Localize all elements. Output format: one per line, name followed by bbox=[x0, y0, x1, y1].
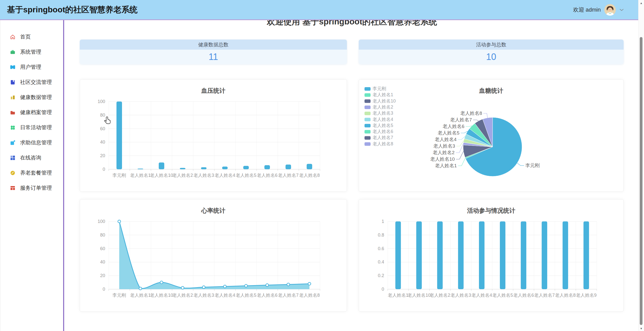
sidebar-item-7[interactable]: 日常活动管理 bbox=[0, 120, 63, 135]
home-icon bbox=[10, 34, 16, 40]
stat-cards-row: 健康数据总数 11 活动参与总数 10 bbox=[80, 40, 624, 64]
svg-text:老人姓名8: 老人姓名8 bbox=[299, 173, 320, 178]
chart-title: 血压统计 bbox=[201, 87, 225, 94]
sidebar-item-label: 用户管理 bbox=[20, 63, 41, 71]
sidebar-item-label: 健康数据管理 bbox=[20, 94, 52, 101]
sidebar-item-label: 养老套餐管理 bbox=[20, 169, 52, 176]
service-order-icon bbox=[10, 185, 16, 191]
chart-title: 血糖统计 bbox=[479, 87, 503, 94]
svg-text:老人姓名5: 老人姓名5 bbox=[373, 123, 393, 128]
chart-canvas: 血压统计020406080100李元刚老人姓名1老人姓名10老人姓名2老人姓名3… bbox=[80, 80, 347, 191]
svg-text:40: 40 bbox=[100, 140, 105, 145]
svg-text:李元刚: 李元刚 bbox=[525, 163, 540, 168]
sidebar-menu: 首页系统管理用户管理社区交流管理健康数据管理健康档案管理日常活动管理求助信息管理… bbox=[0, 20, 63, 195]
svg-text:老人姓名10: 老人姓名10 bbox=[430, 156, 455, 162]
svg-text:老人姓名5: 老人姓名5 bbox=[236, 173, 256, 178]
care-package-icon bbox=[10, 170, 16, 176]
x-axis-labels: 老人姓名1老人姓名10老人姓名2老人姓名3老人姓名4老人姓名5老人姓名6老人姓名… bbox=[388, 293, 597, 298]
x-axis-labels: 李元刚老人姓名1老人姓名10老人姓名2老人姓名3老人姓名4老人姓名5老人姓名6老… bbox=[112, 293, 320, 298]
svg-text:老人姓名2: 老人姓名2 bbox=[433, 150, 455, 155]
svg-text:老人姓名8: 老人姓名8 bbox=[460, 111, 482, 116]
svg-text:老人姓名1: 老人姓名1 bbox=[373, 92, 393, 97]
svg-text:老人姓名7: 老人姓名7 bbox=[534, 293, 555, 298]
svg-text:老人姓名3: 老人姓名3 bbox=[433, 143, 455, 149]
sidebar-item-11[interactable]: 服务订单管理 bbox=[0, 180, 63, 195]
grid: 020406080100 bbox=[98, 99, 320, 172]
stat-card-health-data: 健康数据总数 11 bbox=[80, 40, 347, 64]
chart-title: 活动参与情况统计 bbox=[467, 207, 515, 214]
charts-grid: 血压统计020406080100李元刚老人姓名1老人姓名10老人姓名2老人姓名3… bbox=[80, 79, 624, 312]
svg-text:老人姓名8: 老人姓名8 bbox=[555, 293, 576, 298]
x-axis-labels: 李元刚老人姓名1老人姓名10老人姓名2老人姓名3老人姓名4老人姓名5老人姓名6老… bbox=[112, 173, 320, 178]
sidebar-item-10[interactable]: 养老套餐管理 bbox=[0, 165, 63, 180]
svg-text:老人姓名4: 老人姓名4 bbox=[435, 137, 457, 142]
scrollbar-down-arrow[interactable]: ▼ bbox=[638, 327, 644, 330]
sidebar-item-1[interactable]: 首页 bbox=[0, 29, 63, 44]
svg-text:老人姓名7: 老人姓名7 bbox=[278, 293, 299, 298]
sidebar-item-label: 服务订单管理 bbox=[20, 184, 52, 191]
activity-participation-chart[interactable]: 活动参与情况统计00.20.40.60.81老人姓名1老人姓名10老人姓名2老人… bbox=[359, 199, 624, 312]
svg-text:0: 0 bbox=[103, 287, 105, 292]
chart-canvas: 心率统计020406080100李元刚老人姓名1老人姓名10老人姓名2老人姓名3… bbox=[80, 200, 347, 311]
user-avatar-icon[interactable] bbox=[604, 4, 616, 16]
svg-text:老人姓名6: 老人姓名6 bbox=[442, 124, 464, 129]
svg-text:100: 100 bbox=[98, 99, 105, 104]
welcome-text: 欢迎 admin bbox=[573, 6, 601, 14]
chevron-down-icon[interactable] bbox=[619, 8, 624, 11]
stat-card-value: 11 bbox=[80, 50, 347, 64]
blood-pressure-chart[interactable]: 血压统计020406080100李元刚老人姓名1老人姓名10老人姓名2老人姓名3… bbox=[80, 79, 347, 192]
health-archive-icon bbox=[10, 110, 16, 115]
sidebar-item-4[interactable]: 社区交流管理 bbox=[0, 75, 63, 90]
pie-slices bbox=[463, 117, 522, 176]
sidebar-item-9[interactable]: 在线咨询 bbox=[0, 150, 63, 165]
sidebar-item-3[interactable]: 用户管理 bbox=[0, 59, 63, 75]
stat-card-title: 健康数据总数 bbox=[80, 40, 347, 50]
svg-text:老人姓名4: 老人姓名4 bbox=[215, 173, 235, 178]
online-consult-icon bbox=[10, 155, 16, 161]
blood-sugar-pie-chart[interactable]: 血糖统计李元刚老人姓名1老人姓名10老人姓名2老人姓名3老人姓名4老人姓名5老人… bbox=[359, 79, 624, 192]
svg-text:老人姓名2: 老人姓名2 bbox=[172, 293, 193, 298]
scrollbar[interactable]: ▲ ▼ bbox=[638, 0, 644, 331]
stat-card-activity: 活动参与总数 10 bbox=[359, 40, 624, 64]
svg-text:60: 60 bbox=[100, 126, 105, 131]
svg-text:老人姓名4: 老人姓名4 bbox=[373, 117, 393, 122]
svg-text:老人姓名6: 老人姓名6 bbox=[257, 173, 277, 178]
welcome-heading: 欢迎使用 基于springboot的社区智慧养老系统 bbox=[80, 20, 624, 27]
stat-card-title: 活动参与总数 bbox=[359, 40, 624, 50]
svg-text:0.2: 0.2 bbox=[378, 273, 384, 278]
svg-text:老人姓名6: 老人姓名6 bbox=[513, 293, 534, 298]
svg-text:老人姓名1: 老人姓名1 bbox=[435, 163, 457, 168]
svg-text:老人姓名2: 老人姓名2 bbox=[373, 105, 393, 110]
sidebar-item-6[interactable]: 健康档案管理 bbox=[0, 105, 63, 120]
svg-text:老人姓名4: 老人姓名4 bbox=[215, 293, 235, 298]
daily-activity-icon bbox=[10, 125, 16, 130]
svg-text:0: 0 bbox=[103, 167, 105, 172]
svg-text:老人姓名1: 老人姓名1 bbox=[130, 173, 151, 178]
svg-text:老人姓名4: 老人姓名4 bbox=[471, 293, 492, 298]
app-title: 基于springboot的社区智慧养老系统 bbox=[0, 4, 138, 15]
chart-title: 心率统计 bbox=[201, 207, 225, 214]
svg-text:40: 40 bbox=[100, 259, 105, 264]
svg-text:李元刚: 李元刚 bbox=[112, 173, 126, 178]
svg-text:老人姓名6: 老人姓名6 bbox=[373, 129, 393, 134]
svg-text:老人姓名5: 老人姓名5 bbox=[236, 293, 256, 298]
stat-card-value: 10 bbox=[359, 50, 624, 64]
svg-text:老人姓名7: 老人姓名7 bbox=[278, 173, 299, 178]
svg-text:李元刚: 李元刚 bbox=[373, 86, 386, 91]
svg-text:老人姓名3: 老人姓名3 bbox=[373, 111, 393, 116]
svg-text:老人姓名9: 老人姓名9 bbox=[576, 293, 596, 298]
svg-text:老人姓名5: 老人姓名5 bbox=[492, 293, 513, 298]
sidebar-item-8[interactable]: 求助信息管理 bbox=[0, 135, 63, 150]
sidebar-item-2[interactable]: 系统管理 bbox=[0, 44, 63, 59]
scrollbar-up-arrow[interactable]: ▲ bbox=[638, 2, 644, 5]
users-icon bbox=[10, 64, 16, 70]
help-info-icon bbox=[10, 140, 16, 146]
svg-text:李元刚: 李元刚 bbox=[112, 293, 126, 298]
sidebar-item-5[interactable]: 健康数据管理 bbox=[0, 90, 63, 105]
heart-rate-chart[interactable]: 心率统计020406080100李元刚老人姓名1老人姓名10老人姓名2老人姓名3… bbox=[80, 199, 347, 312]
svg-text:老人姓名2: 老人姓名2 bbox=[430, 293, 450, 298]
svg-text:0.4: 0.4 bbox=[378, 259, 384, 264]
scrollbar-thumb[interactable] bbox=[640, 37, 642, 325]
chart-canvas: 血糖统计李元刚老人姓名1老人姓名10老人姓名2老人姓名3老人姓名4老人姓名5老人… bbox=[359, 80, 623, 191]
app-root: 基于springboot的社区智慧养老系统 欢迎 admin 首页系统管理用户管… bbox=[0, 0, 644, 331]
